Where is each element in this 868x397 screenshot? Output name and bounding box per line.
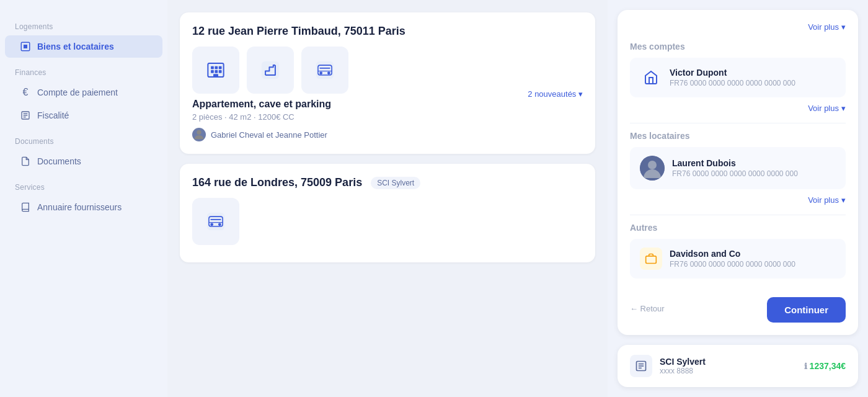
sidebar-item-documents[interactable]: Documents [5, 150, 162, 172]
voir-plus-top-row: Voir plus ▾ [630, 22, 846, 32]
voir-plus-top-button[interactable]: Voir plus ▾ [808, 22, 846, 32]
svg-rect-8 [219, 66, 222, 69]
sidebar-item-annuaire-label: Annuaire fournisseurs [37, 202, 122, 212]
locataire-card-0: Laurent Dubois FR76 0000 0000 0000 0000 … [630, 147, 846, 189]
sidebar-item-biens[interactable]: Biens et locataires [5, 35, 162, 58]
locataire-avatar-0 [640, 156, 665, 181]
sci-name: SCI Sylvert [660, 357, 706, 367]
autres-card-0: Davidson and Co FR76 0000 0000 0000 0000… [630, 239, 846, 279]
annuaire-icon [20, 202, 31, 213]
locataire-name-0: Laurent Dubois [672, 158, 798, 168]
sidebar: Logements Biens et locataires Finances €… [0, 0, 167, 397]
sidebar-section-finances: Finances [0, 58, 167, 81]
sidebar-section-logements: Logements [0, 12, 167, 35]
svg-point-22 [218, 223, 221, 226]
svg-point-16 [319, 71, 322, 74]
svg-rect-25 [646, 256, 657, 264]
svg-rect-12 [213, 74, 218, 77]
retour-label: ← Retour [630, 304, 665, 313]
fiscal-icon [20, 110, 31, 121]
property-address-1: 164 rue de Londres, 75009 Paris [192, 176, 362, 189]
document-icon [20, 156, 31, 167]
svg-rect-9 [211, 70, 214, 73]
sidebar-item-biens-label: Biens et locataires [37, 42, 114, 51]
divider-1 [630, 123, 846, 123]
retour-button[interactable]: ← Retour [630, 297, 665, 313]
property-type-0: Appartement, cave et parking [192, 99, 583, 110]
property-address-0: 12 rue Jean Pierre Timbaud, 75011 Paris [192, 25, 583, 38]
svg-rect-10 [215, 70, 218, 73]
compte-name-0: Victor Dupont [670, 68, 795, 78]
svg-point-24 [648, 161, 657, 169]
unit-icon-stairs [247, 47, 294, 94]
property-address-row-1: 164 rue de Londres, 75009 Paris SCI Sylv… [192, 176, 583, 189]
compte-card-0: Victor Dupont FR76 0000 0000 0000 0000 0… [630, 58, 846, 97]
svg-rect-14 [316, 61, 334, 79]
unit-icon-parking-2 [192, 198, 239, 245]
mes-comptes-title: Mes comptes [630, 42, 846, 51]
voir-plus-locataires-row: Voir plus ▾ [630, 195, 846, 205]
divider-2 [630, 215, 846, 215]
right-panel-inner: Voir plus ▾ Mes comptes Victor Dupont FR… [618, 10, 858, 335]
sidebar-item-compte-label: Compte de paiement [37, 87, 118, 97]
unit-icons-1 [192, 198, 583, 245]
continuer-button[interactable]: Continuer [767, 297, 846, 323]
sidebar-item-compte[interactable]: € Compte de paiement [5, 81, 162, 104]
voir-plus-locataires-button[interactable]: Voir plus ▾ [808, 195, 846, 205]
voir-plus-comptes-button[interactable]: Voir plus ▾ [808, 104, 846, 113]
svg-point-17 [327, 71, 330, 74]
property-card-0: 12 rue Jean Pierre Timbaud, 75011 Paris [180, 12, 595, 154]
unit-icon-parking [301, 47, 348, 94]
svg-rect-6 [211, 66, 214, 69]
nouveautes-badge-0: 2 nouveautés ▾ [528, 89, 583, 99]
bottom-account-card: SCI Sylvert xxxx 8888 ℹ 1237,34€ [618, 345, 858, 387]
tenant-name-0: Gabriel Cheval et Jeanne Pottier [211, 130, 327, 140]
sidebar-section-services: Services [0, 173, 167, 195]
briefcase-icon [640, 248, 662, 270]
sci-amount: ℹ 1237,34€ [804, 361, 846, 371]
svg-rect-13 [262, 61, 280, 79]
info-icon: ℹ [804, 362, 807, 371]
sci-account: xxxx 8888 [660, 367, 706, 375]
sidebar-section-documents: Documents [0, 127, 167, 149]
voir-plus-comptes-row: Voir plus ▾ [630, 104, 846, 113]
sci-icon [630, 355, 652, 377]
svg-rect-11 [219, 70, 222, 73]
property-card-1: 164 rue de Londres, 75009 Paris SCI Sylv… [180, 164, 595, 262]
building-icon [20, 41, 31, 52]
right-panel: Voir plus ▾ Mes comptes Victor Dupont FR… [608, 0, 868, 397]
autres-name-0: Davidson and Co [670, 249, 795, 259]
sidebar-item-fiscalite-label: Fiscalité [37, 110, 69, 120]
svg-rect-19 [207, 213, 225, 231]
tenant-row-0: Gabriel Cheval et Jeanne Pottier [192, 128, 583, 141]
svg-rect-7 [215, 66, 218, 69]
main-content: 12 rue Jean Pierre Timbaud, 75011 Paris [167, 0, 608, 397]
property-details-0: 2 pièces · 42 m2 · 1200€ CC [192, 112, 583, 122]
sidebar-item-documents-label: Documents [37, 156, 81, 166]
autres-iban-0: FR76 0000 0000 0000 0000 0000 000 [670, 260, 795, 269]
bank-icon [640, 66, 662, 89]
locataire-iban-0: FR76 0000 0000 0000 0000 0000 000 [672, 169, 798, 178]
svg-point-21 [210, 223, 213, 226]
autres-title: Autres [630, 223, 846, 233]
tenant-avatar-0 [192, 128, 206, 141]
sidebar-item-annuaire[interactable]: Annuaire fournisseurs [5, 196, 162, 218]
mes-locataires-title: Mes locataires [630, 131, 846, 141]
euro-icon: € [20, 87, 31, 98]
svg-point-18 [197, 130, 201, 135]
property-badge-1: SCI Sylvert [371, 177, 420, 189]
sidebar-item-fiscalite[interactable]: Fiscalité [5, 104, 162, 127]
unit-icon-building [192, 47, 239, 94]
compte-iban-0: FR76 0000 0000 0000 0000 0000 000 [670, 79, 795, 87]
